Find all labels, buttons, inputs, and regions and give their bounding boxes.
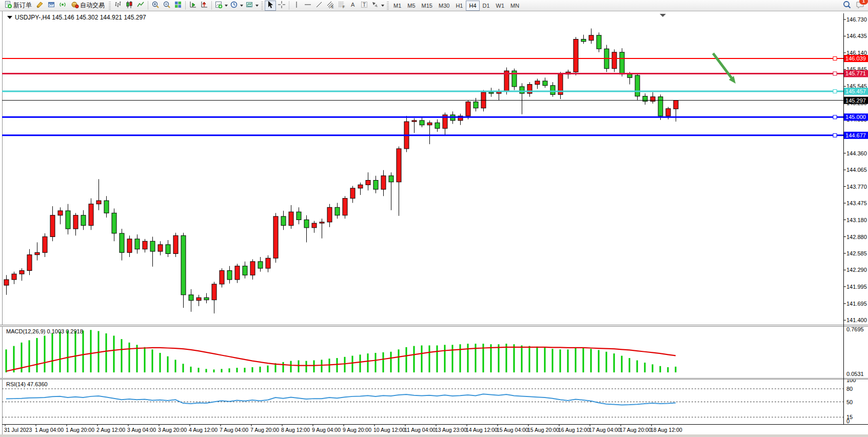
tf-H4[interactable]: H4 xyxy=(466,1,479,11)
candle-body xyxy=(535,81,540,85)
chevron-down-icon xyxy=(381,5,384,7)
candle-body xyxy=(389,176,393,182)
candle-body xyxy=(304,220,309,228)
search-icon[interactable] xyxy=(842,0,852,11)
tile-windows-button[interactable] xyxy=(172,1,184,11)
macd-bar xyxy=(136,345,138,372)
macd-bar xyxy=(244,368,246,372)
h-line-handle[interactable] xyxy=(833,133,837,137)
candle-body xyxy=(120,233,124,252)
candlestick-chart-button[interactable] xyxy=(124,1,135,11)
macd-bar xyxy=(321,360,323,372)
text-label-tool-button[interactable]: T xyxy=(359,1,370,11)
candlestick-chart-icon xyxy=(125,1,133,11)
h-line-handle[interactable] xyxy=(833,72,837,75)
candle-body xyxy=(143,241,147,249)
chat-button[interactable]: 1 xyxy=(856,0,865,11)
new-order-button[interactable]: 新订单 xyxy=(2,1,34,11)
template-icon xyxy=(245,1,253,11)
auto-scroll-button[interactable] xyxy=(187,1,199,11)
macd-bar xyxy=(83,330,84,372)
macd-bar xyxy=(67,330,69,372)
macd-bar xyxy=(144,347,146,372)
tf-H1[interactable]: H1 xyxy=(452,1,466,11)
chart-canvas[interactable]: 146.730146.435146.140145.845145.545145.2… xyxy=(0,11,868,437)
signal-icon xyxy=(58,1,67,11)
chart-shift-icon xyxy=(200,1,208,11)
cursor-tool-button[interactable] xyxy=(265,1,276,11)
h-line-handle[interactable] xyxy=(833,90,837,93)
candle-body xyxy=(173,235,178,253)
text-tool-button[interactable]: A xyxy=(347,1,359,11)
horizontal-line-tool-button[interactable] xyxy=(302,1,313,11)
macd-bar xyxy=(252,367,253,372)
h-line-handle[interactable] xyxy=(833,115,837,119)
timeframe-bar: M1M5M15M30H1H4D1W1MN xyxy=(390,1,522,11)
candle-body xyxy=(27,255,32,271)
chart-shift-button[interactable] xyxy=(199,1,210,11)
tf-MN[interactable]: MN xyxy=(507,1,522,11)
text-letter: A xyxy=(351,2,355,8)
macd-bar xyxy=(313,361,315,372)
zoom-in-button[interactable] xyxy=(150,1,161,11)
candle-body xyxy=(35,252,40,254)
tf-W1[interactable]: W1 xyxy=(493,1,508,11)
rsi-line xyxy=(6,394,676,405)
time-tick-label: 7 Aug 20:00 xyxy=(250,427,279,433)
periods-button[interactable] xyxy=(229,1,244,11)
candle-body xyxy=(66,211,70,229)
profiles-button[interactable] xyxy=(46,1,57,11)
chart-shift-marker[interactable] xyxy=(660,14,666,17)
macd-bar xyxy=(306,361,307,372)
tf-M15[interactable]: M15 xyxy=(419,1,436,11)
text-icon: A xyxy=(349,1,357,11)
arrows-tool-button[interactable] xyxy=(370,1,385,11)
toolbar-separator xyxy=(289,1,289,10)
time-tick-label: 2 Aug 12:00 xyxy=(96,427,125,433)
tf-M1[interactable]: M1 xyxy=(390,1,404,11)
macd-bar xyxy=(529,346,530,372)
h-line-handle[interactable] xyxy=(833,57,837,61)
zoom-in-icon xyxy=(151,1,160,11)
new-order-label: 新订单 xyxy=(13,1,32,10)
tf-M30[interactable]: M30 xyxy=(436,1,452,11)
macd-bar xyxy=(383,352,384,372)
candle-body xyxy=(666,109,670,116)
mt4-window: 新订单 自动交易 xyxy=(0,0,868,437)
toolbar-grip xyxy=(109,2,111,10)
tf-M5[interactable]: M5 xyxy=(404,1,418,11)
candle-body xyxy=(50,215,55,237)
macd-bar xyxy=(283,362,284,372)
toolbar-grip xyxy=(387,2,389,10)
price-tick-label: 141.995 xyxy=(846,284,867,290)
indicators-button[interactable] xyxy=(213,1,229,11)
symbol-dropdown-icon[interactable] xyxy=(7,16,12,19)
tf-D1[interactable]: D1 xyxy=(480,1,493,11)
time-tick-label: 9 Aug 04:00 xyxy=(312,427,341,433)
styles-button[interactable] xyxy=(34,1,46,11)
auto-trading-button[interactable]: 自动交易 xyxy=(68,1,107,11)
macd-bar xyxy=(398,349,400,372)
bar-chart-button[interactable] xyxy=(112,1,124,11)
zoom-out-button[interactable] xyxy=(161,1,172,11)
candle-body xyxy=(674,101,678,109)
crosshair-tool-button[interactable] xyxy=(276,1,287,11)
trendline-tool-button[interactable] xyxy=(313,1,325,11)
templates-button[interactable] xyxy=(244,1,260,11)
candle-body xyxy=(620,52,624,74)
fibonacci-tool-button[interactable]: F xyxy=(336,1,347,11)
macd-bar xyxy=(606,352,607,372)
signal-button[interactable] xyxy=(57,1,68,11)
candle-body xyxy=(297,212,301,220)
macd-bar xyxy=(352,356,353,372)
macd-bar xyxy=(575,348,577,372)
zoom-out-icon xyxy=(163,1,171,11)
macd-bar xyxy=(452,345,453,372)
time-tick-label: 8 Aug 12:00 xyxy=(281,427,310,433)
channel-tool-button[interactable]: E xyxy=(325,1,336,11)
candle-body xyxy=(243,266,247,275)
macd-bar xyxy=(514,344,515,372)
candle-body xyxy=(112,213,116,233)
line-chart-button[interactable] xyxy=(135,1,146,11)
vertical-line-tool-button[interactable] xyxy=(291,1,302,11)
